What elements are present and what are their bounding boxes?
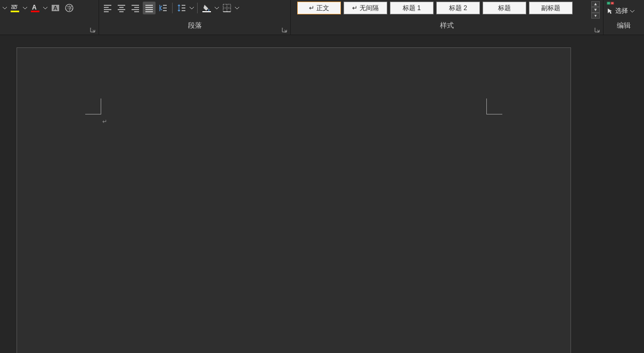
editing-group-label: 编辑 <box>617 21 631 30</box>
style-label: 标题 2 <box>449 4 467 13</box>
document-page[interactable]: ↵ <box>17 47 571 353</box>
style-gallery-scroll: ▲ ▼ ▾ <box>591 1 600 15</box>
align-left-button[interactable] <box>101 2 114 14</box>
svg-rect-31 <box>202 11 211 12</box>
replace-button[interactable] <box>606 0 615 7</box>
style-scroll-down-icon[interactable]: ▼ <box>591 7 600 13</box>
shading-button[interactable] <box>200 2 213 14</box>
svg-rect-37 <box>611 2 614 4</box>
style-subtitle[interactable]: 副标题 <box>529 2 573 14</box>
paragraph-mark-icon: ↵ <box>102 118 107 125</box>
styles-group-label: 样式 <box>440 21 454 30</box>
style-label: ↵ 正文 <box>309 4 329 13</box>
ribbon-row: ab A A 字 <box>0 0 644 16</box>
line-spacing-dropdown-icon[interactable] <box>189 6 194 10</box>
borders-dropdown-icon[interactable] <box>234 6 240 10</box>
margin-corner-top-right <box>486 98 502 114</box>
style-scroll-up-icon[interactable]: ▲ <box>591 1 600 7</box>
ribbon-labels-row: 段落 样式 编辑 <box>0 16 644 35</box>
chevron-down-icon <box>630 9 634 13</box>
margin-corner-top-left <box>85 98 101 114</box>
style-label: ↵ 无间隔 <box>352 4 378 13</box>
paragraph-dialog-launcher[interactable] <box>281 26 288 34</box>
replace-icon <box>607 0 614 6</box>
style-normal[interactable]: ↵ 正文 <box>297 2 341 14</box>
editing-group-label-cell: 编辑 <box>604 16 644 35</box>
style-label: 标题 1 <box>403 4 421 13</box>
font-color-button[interactable]: A <box>29 2 42 14</box>
paragraph-group <box>99 0 291 16</box>
style-label: 副标题 <box>541 4 560 13</box>
style-heading1[interactable]: 标题 1 <box>390 2 434 14</box>
paragraph-group-label: 段落 <box>188 21 202 30</box>
separator <box>197 3 198 13</box>
svg-text:A: A <box>32 4 37 11</box>
font-size-dropdown-icon[interactable] <box>2 6 7 10</box>
svg-text:A: A <box>53 5 58 11</box>
enclose-char-button[interactable]: 字 <box>63 2 76 14</box>
svg-rect-4 <box>31 11 39 12</box>
borders-button[interactable] <box>221 2 233 14</box>
shading-dropdown-icon[interactable] <box>214 6 219 10</box>
svg-rect-36 <box>607 2 610 4</box>
font-dialog-launcher[interactable] <box>89 26 96 34</box>
align-justify-button[interactable] <box>143 2 156 14</box>
style-label: 标题 <box>498 4 511 13</box>
cursor-arrow-icon <box>607 8 613 14</box>
select-label: 选择 <box>615 6 628 15</box>
styles-group: ↵ 正文 ↵ 无间隔 标题 1 标题 2 标题 副标题 ▲ ▼ ▾ <box>291 0 604 16</box>
editing-group: 选择 <box>604 0 644 16</box>
font-group: ab A A 字 <box>0 0 99 16</box>
separator <box>172 3 173 13</box>
char-shading-button[interactable]: A <box>49 2 62 14</box>
distribute-button[interactable] <box>157 2 169 14</box>
svg-rect-2 <box>11 11 19 12</box>
style-gallery: ↵ 正文 ↵ 无间隔 标题 1 标题 2 标题 副标题 <box>297 1 589 15</box>
style-heading2[interactable]: 标题 2 <box>436 2 480 14</box>
align-center-button[interactable] <box>115 2 128 14</box>
svg-text:字: 字 <box>67 5 72 11</box>
style-title[interactable]: 标题 <box>483 2 526 14</box>
select-button[interactable]: 选择 <box>606 7 635 15</box>
highlight-button[interactable]: ab <box>9 2 21 14</box>
line-spacing-button[interactable] <box>175 2 188 14</box>
document-area[interactable]: ↵ <box>0 35 644 353</box>
highlight-dropdown-icon[interactable] <box>22 6 28 10</box>
styles-dialog-launcher[interactable] <box>593 26 601 34</box>
style-no-spacing[interactable]: ↵ 无间隔 <box>344 2 387 14</box>
align-right-button[interactable] <box>129 2 142 14</box>
font-group-label-cell <box>0 16 99 35</box>
paragraph-group-label-cell: 段落 <box>99 16 291 35</box>
styles-group-label-cell: 样式 <box>291 16 604 35</box>
font-color-dropdown-icon[interactable] <box>43 6 48 10</box>
